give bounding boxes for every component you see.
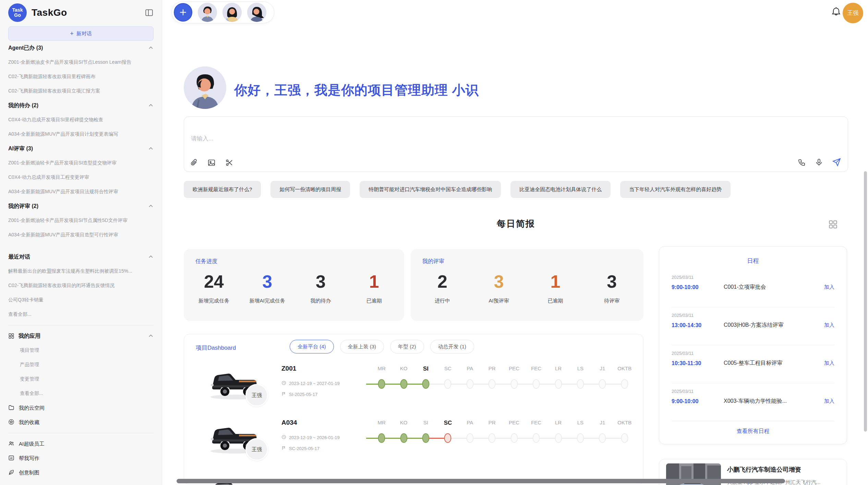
milestone-node[interactable] [577,433,584,443]
vertical-scrollbar[interactable] [864,171,867,432]
send-icon[interactable] [832,158,841,167]
sidebar-item-creative-drawing[interactable]: 创意制图 [8,465,154,480]
milestone-node[interactable] [489,433,496,443]
divider [8,433,154,433]
project-owner-badge: 王强 [245,384,268,407]
recent-chat-item[interactable]: 公司Q3轻卡销量 [8,293,154,307]
horizontal-scrollbar[interactable] [177,479,785,483]
milestone-node[interactable] [378,379,385,389]
image-icon[interactable] [207,159,216,167]
schedule-view-all-link[interactable]: 查看所有日程 [659,428,847,435]
write-icon [8,455,14,462]
sidebar-item[interactable]: C02-飞腾新能源轻客改款项目里程碑画布 [8,70,154,84]
event-join-link[interactable]: 加入 [824,398,834,405]
event-join-link[interactable]: 加入 [824,284,834,290]
recent-view-all-link[interactable]: 查看全部... [8,307,154,322]
suggestion-chip[interactable]: 如何写一份清晰的项目周报 [270,181,350,198]
dashboard-filter-pill[interactable]: 全新平台 (4) [290,340,334,353]
milestone-node[interactable] [444,433,451,443]
milestone-node[interactable] [533,379,540,389]
sidebar-section-header[interactable]: AI评审 (3) [8,141,154,156]
milestone-node[interactable] [422,433,430,443]
main-area: 王强 你好，王强，我是你的项目管理助理 小识 [162,0,868,485]
sidebar-item[interactable]: Z001-全新燃油皮卡产品开发项目SI节点Lesson Learn报告 [8,55,154,70]
add-agent-button[interactable] [174,3,192,22]
notifications-bell-icon[interactable] [831,7,841,18]
milestone-node[interactable] [466,379,473,389]
recent-chat-item[interactable]: C02-飞腾新能源轻客改款项目的闭环通告反馈情况 [8,278,154,293]
sidebar: Task Go TaskGo + 新对话 Agent已办 (3)Z001-全新燃… [0,0,162,485]
milestone-node[interactable] [422,379,430,389]
sidebar-item[interactable]: Z001-全新燃油轻卡产品开发项目SI造型提交物评审 [8,156,154,170]
event-date: 2025/03/11 [672,275,694,280]
milestone-node[interactable] [400,433,407,443]
apps-view-all-link[interactable]: 查看全部... [8,386,154,401]
suggestion-chip[interactable]: 比亚迪全固态电池计划具体说了什么 [510,181,611,198]
milestone-node[interactable] [533,433,540,443]
milestone-node[interactable] [489,379,496,389]
suggestion-chip[interactable]: 特朗普可能对进口汽车增税会对中国车企造成哪些影响 [360,181,501,198]
milestone-node[interactable] [444,379,451,389]
agent-avatar-2[interactable] [222,3,242,22]
phone-icon[interactable] [798,158,806,166]
new-chat-button[interactable]: + 新对话 [8,26,154,41]
milestone-node[interactable] [599,379,606,389]
milestone-node[interactable] [555,433,562,443]
sidebar-item-help-me-write[interactable]: 帮我写作 [8,451,154,465]
app-item[interactable]: 变更管理 [8,372,154,386]
sidebar-item-ai-super-staff[interactable]: AI超级员工 [8,437,154,451]
sidebar-item-favorites[interactable]: 我的收藏 [8,415,154,430]
attachment-icon[interactable] [190,159,198,167]
sidebar-item[interactable]: A034-全新新能源MUV产品开发项目计划变更表编写 [8,127,154,141]
sidebar-section-header[interactable]: Agent已办 (3) [8,41,154,55]
milestone-node[interactable] [621,379,628,389]
sidebar-item[interactable]: A034-全新新能源MUV产品开发项目法规符合性评审 [8,185,154,199]
milestone-node[interactable] [599,433,606,443]
milestone-node[interactable] [621,433,628,443]
stat-label: 进行中 [435,298,450,304]
sidebar-section-header[interactable]: 我的评审 (2) [8,199,154,213]
milestone-node[interactable] [400,379,407,389]
sidebar-item[interactable]: C0X4-动力总成开发项目SI里程碑提交物检查 [8,113,154,127]
milestone-node[interactable] [466,433,473,443]
event-join-link[interactable]: 加入 [824,360,834,366]
suggestion-chip[interactable]: 欧洲新规最近颁布了什么? [184,181,261,198]
app-item[interactable]: 项目管理 [8,343,154,358]
stat: 3待评审 [583,268,640,315]
spacer [8,242,154,250]
dashboard-filter-pill[interactable]: 全新上装 (3) [340,340,384,353]
sidebar-item-cloud-space[interactable]: 我的云空间 [8,401,154,415]
app-item[interactable]: 产品管理 [8,358,154,372]
suggestion-chip[interactable]: 当下年轻人对汽车外观有怎样的喜好趋势 [620,181,731,198]
layout-grid-icon[interactable] [828,219,838,231]
flag-icon [281,391,286,397]
section-label: 我的应用 [19,333,40,340]
sidebar-item[interactable]: C02-飞腾新能源轻客改款项目立项汇报方案 [8,84,154,98]
user-avatar[interactable]: 王强 [843,3,863,23]
milestone-track: MRKOSISCPAPRPECFECLRLSJ1OKTB [371,363,636,404]
collapse-sidebar-icon[interactable] [145,8,154,17]
microphone-icon[interactable] [815,158,823,166]
milestone-node[interactable] [510,379,518,389]
scissors-icon[interactable] [225,159,233,167]
composer-input[interactable] [191,135,787,155]
recent-chat-item[interactable]: 解释最新出台的欧盟报废车法规再生塑料比例被调至15%... [8,264,154,278]
agent-avatar-1[interactable] [198,3,217,22]
sidebar-section-header[interactable]: 我的待办 (2) [8,98,154,113]
milestone-node[interactable] [577,379,584,389]
stat-label: AI预评审 [489,298,509,304]
composer-left-tools [190,159,233,167]
dashboard-filter-pill[interactable]: 年型 (2) [390,340,424,353]
event-join-link[interactable]: 加入 [824,322,834,328]
sidebar-section-header-recent[interactable]: 最近对话 [8,250,154,264]
milestone-node[interactable] [555,379,562,389]
milestone-node[interactable] [510,433,518,443]
sidebar-item[interactable]: C0X4-动力总成开发项目工程变更评审 [8,170,154,185]
agent-avatar-3[interactable] [247,3,266,22]
dashboard-filter-pill[interactable]: 动总开发 (1) [430,340,474,353]
milestone-node[interactable] [378,433,385,443]
stat-label: 新增完成任务 [198,298,229,304]
sidebar-section-header-apps[interactable]: 我的应用 [8,329,154,343]
sidebar-item[interactable]: A034-全新新能源MUV产品开发项目造型可行性评审 [8,228,154,242]
sidebar-item[interactable]: Z001-全新燃油轻卡产品开发项目SI节点属性5D文件评审 [8,213,154,228]
